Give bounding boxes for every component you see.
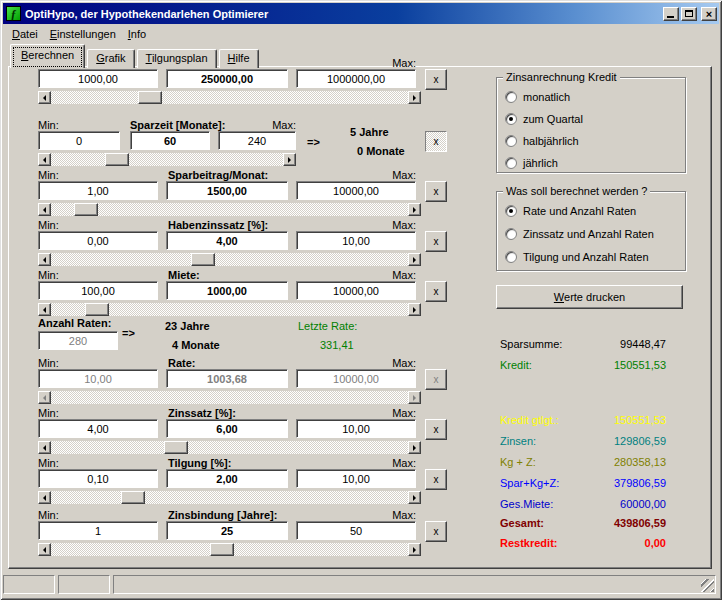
radio-icon[interactable]	[505, 251, 517, 263]
value-scrollbar[interactable]	[38, 441, 421, 454]
value-scrollbar[interactable]	[38, 491, 421, 504]
radio-option-zum-quartal[interactable]: zum Quartal	[505, 112, 583, 126]
close-button[interactable]: ×	[701, 7, 717, 21]
scroll-track[interactable]	[51, 203, 408, 216]
scroll-thumb[interactable]	[210, 543, 234, 556]
value-scrollbar[interactable]	[38, 203, 421, 216]
value-scrollbar[interactable]	[38, 153, 296, 166]
max-input[interactable]	[296, 69, 416, 88]
max-input[interactable]	[296, 281, 416, 300]
radio-option-rate-und-anzahl[interactable]: Rate und Anzahl Raten	[505, 204, 636, 218]
scroll-left-icon[interactable]	[38, 153, 51, 166]
scroll-left-icon[interactable]	[38, 441, 51, 454]
menu-item-info[interactable]: Info	[122, 27, 152, 41]
tab-grafik[interactable]: Grafik	[87, 49, 134, 68]
fix-x-button[interactable]: x	[425, 131, 447, 152]
value-input[interactable]	[166, 521, 288, 540]
radio-icon[interactable]	[505, 135, 517, 147]
fix-x-button[interactable]: x	[425, 521, 447, 542]
value-scrollbar[interactable]	[38, 253, 421, 266]
scroll-track[interactable]	[51, 253, 408, 266]
min-input[interactable]	[38, 281, 158, 300]
scroll-left-icon[interactable]	[38, 543, 51, 556]
value-scrollbar[interactable]	[38, 91, 421, 104]
value-scrollbar[interactable]	[38, 303, 421, 316]
app-icon[interactable]: ƒ	[6, 6, 21, 21]
scroll-track[interactable]	[51, 153, 283, 166]
fix-x-button[interactable]: x	[425, 419, 447, 440]
min-input[interactable]	[38, 419, 158, 438]
min-input[interactable]	[38, 521, 158, 540]
scroll-right-icon[interactable]	[408, 303, 421, 316]
scroll-right-icon[interactable]	[408, 203, 421, 216]
scroll-right-icon[interactable]	[408, 491, 421, 504]
radio-icon[interactable]	[505, 205, 517, 217]
value-scrollbar[interactable]	[38, 543, 421, 556]
tab-hilfe[interactable]: Hilfe	[219, 49, 259, 68]
menu-item-einstellungen[interactable]: Einstellungen	[44, 27, 122, 41]
scroll-thumb[interactable]	[85, 303, 109, 316]
radio-option-halbjaehrlich[interactable]: halbjährlich	[505, 134, 579, 148]
scroll-thumb[interactable]	[191, 253, 215, 266]
scroll-thumb[interactable]	[74, 203, 98, 216]
max-input[interactable]	[296, 521, 416, 540]
scroll-left-icon[interactable]	[38, 253, 51, 266]
min-input[interactable]	[38, 69, 158, 88]
scroll-right-icon[interactable]	[408, 91, 421, 104]
min-input[interactable]	[38, 469, 158, 488]
scroll-left-icon[interactable]	[38, 91, 51, 104]
max-input[interactable]	[296, 469, 416, 488]
radio-icon[interactable]	[505, 113, 517, 125]
max-input[interactable]	[296, 181, 416, 200]
value-input[interactable]	[130, 131, 210, 150]
scroll-right-icon[interactable]	[283, 153, 296, 166]
radio-option-jaehrlich[interactable]: jährlich	[505, 156, 558, 170]
scroll-thumb[interactable]	[121, 491, 145, 504]
max-input[interactable]	[296, 231, 416, 250]
scroll-left-icon[interactable]	[38, 203, 51, 216]
radio-icon[interactable]	[505, 91, 517, 103]
value-input[interactable]	[166, 419, 288, 438]
max-input[interactable]	[296, 419, 416, 438]
resize-grip-icon[interactable]	[701, 579, 714, 592]
value-input[interactable]	[166, 469, 288, 488]
minimize-button[interactable]	[663, 7, 679, 21]
scroll-thumb[interactable]	[138, 91, 162, 104]
radio-option-monatlich[interactable]: monatlich	[505, 90, 570, 104]
title-bar[interactable]: ƒ OptiHypo, der Hypothekendarlehen Optim…	[3, 3, 719, 24]
fix-x-button[interactable]: x	[425, 231, 447, 252]
werte-drucken-button[interactable]: Werte drucken	[496, 285, 683, 309]
min-input[interactable]	[38, 231, 158, 250]
scroll-left-icon[interactable]	[38, 491, 51, 504]
value-input[interactable]	[166, 281, 288, 300]
scroll-thumb[interactable]	[105, 153, 129, 166]
scroll-right-icon[interactable]	[408, 543, 421, 556]
menu-item-datei[interactable]: Datei	[6, 27, 44, 41]
max-input[interactable]	[218, 131, 296, 150]
scroll-right-icon[interactable]	[408, 253, 421, 266]
scroll-track[interactable]	[51, 303, 408, 316]
anzahl-raten-input[interactable]	[38, 331, 118, 350]
scroll-left-icon[interactable]	[38, 303, 51, 316]
scroll-track[interactable]	[51, 91, 408, 104]
fix-x-button[interactable]: x	[425, 281, 447, 302]
scroll-track[interactable]	[51, 543, 408, 556]
tab-berechnen[interactable]: Berechnen	[10, 44, 85, 68]
scroll-thumb[interactable]	[164, 441, 188, 454]
fix-x-button[interactable]: x	[425, 181, 447, 202]
radio-option-zinssatz-und-anzahl[interactable]: Zinssatz und Anzahl Raten	[505, 227, 654, 241]
scroll-track[interactable]	[51, 441, 408, 454]
value-input[interactable]	[166, 69, 288, 88]
value-input[interactable]	[166, 181, 288, 200]
fix-x-button[interactable]: x	[425, 69, 447, 90]
value-input[interactable]	[166, 231, 288, 250]
min-input[interactable]	[38, 181, 158, 200]
radio-icon[interactable]	[505, 228, 517, 240]
scroll-right-icon[interactable]	[408, 441, 421, 454]
maximize-button[interactable]	[681, 7, 697, 21]
radio-icon[interactable]	[505, 157, 517, 169]
scroll-track[interactable]	[51, 491, 408, 504]
fix-x-button[interactable]: x	[425, 469, 447, 490]
radio-option-tilgung-und-anzahl[interactable]: Tilgung und Anzahl Raten	[505, 250, 649, 264]
min-input[interactable]	[38, 131, 120, 150]
